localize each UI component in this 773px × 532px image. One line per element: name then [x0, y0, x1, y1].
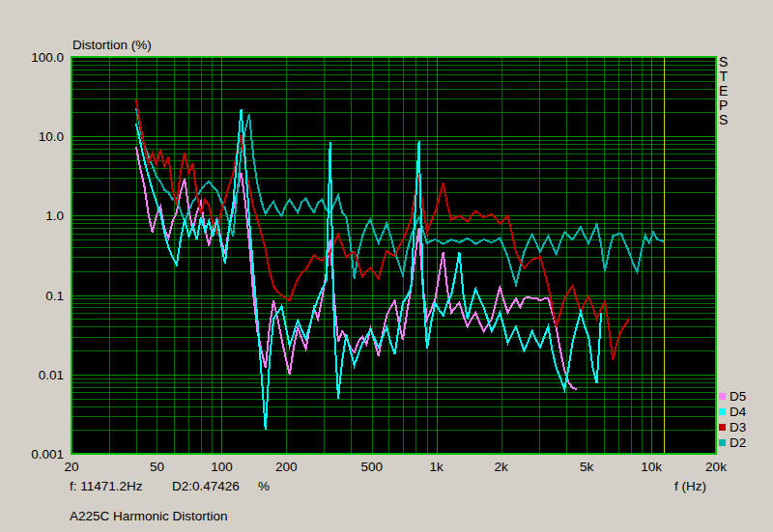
- y-tick-0.01: 0.01: [17, 368, 64, 382]
- x-tick-100: 100: [200, 460, 243, 474]
- distortion-chart[interactable]: [0, 0, 773, 532]
- x-tick-20k: 20k: [695, 460, 737, 474]
- cursor-value-readout: D2:0.47426: [172, 479, 240, 493]
- x-tick-200: 200: [265, 460, 307, 474]
- y-tick-0.1: 0.1: [17, 289, 64, 303]
- legend-item-D3: D3: [719, 420, 746, 434]
- legend-item-D5: D5: [719, 389, 746, 403]
- legend-item-D2: D2: [719, 435, 746, 449]
- legend-swatch-D3: [719, 424, 726, 431]
- chart-caption: A225C Harmonic Distortion: [70, 509, 228, 523]
- x-axis-title: f (Hz): [674, 479, 706, 493]
- x-tick-2k: 2k: [480, 460, 523, 474]
- legend-swatch-D2: [719, 439, 726, 446]
- legend-label-D2: D2: [730, 435, 746, 450]
- x-tick-1k: 1k: [415, 460, 458, 474]
- cursor-unit: %: [258, 479, 270, 493]
- legend-swatch-D5: [719, 393, 726, 400]
- app-vertical-label: S T E P S: [719, 55, 728, 127]
- y-tick-1.0: 1.0: [17, 209, 64, 223]
- legend-swatch-D4: [719, 408, 726, 415]
- legend-label-D5: D5: [730, 389, 746, 404]
- y-tick-10.0: 10.0: [17, 129, 64, 144]
- x-tick-20: 20: [50, 460, 93, 474]
- cursor-frequency-readout: f: 11471.2Hz: [70, 479, 143, 493]
- x-tick-50: 50: [135, 460, 178, 474]
- legend-item-D4: D4: [719, 405, 746, 418]
- legend-label-D3: D3: [730, 420, 746, 434]
- steps-window: Distortion (%) 100.010.01.00.10.010.001 …: [0, 0, 773, 532]
- legend-label-D4: D4: [730, 405, 746, 419]
- x-tick-10k: 10k: [630, 460, 673, 474]
- x-tick-5k: 5k: [565, 460, 608, 474]
- x-tick-500: 500: [351, 460, 393, 474]
- y-tick-100.0: 100.0: [17, 50, 64, 65]
